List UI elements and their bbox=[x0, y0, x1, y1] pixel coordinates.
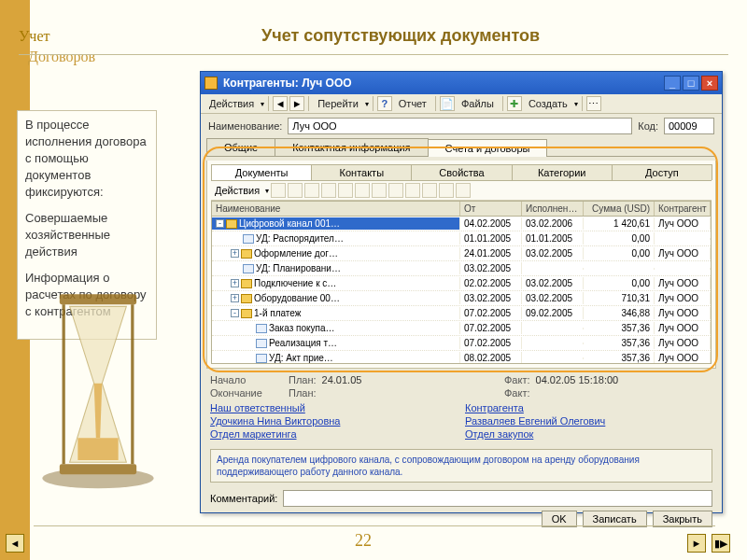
toggle-icon[interactable]: + bbox=[231, 249, 239, 258]
nav-next-button[interactable]: ► bbox=[687, 534, 706, 553]
table-row[interactable]: +Оборудование 00…03.02.200503.02.2005710… bbox=[212, 291, 711, 306]
dept1-link[interactable]: Отдел маркетинга bbox=[210, 428, 297, 440]
comment-input[interactable] bbox=[283, 490, 712, 507]
toolbar: Действия▾ ◄ ► Перейти▾ ? Отчет 📄 Файлы ✚… bbox=[201, 94, 722, 114]
name-row: Наименование: Код: bbox=[201, 114, 722, 138]
minimize-button[interactable]: _ bbox=[664, 76, 681, 91]
document-icon bbox=[256, 339, 267, 348]
dept2-link[interactable]: Отдел закупок bbox=[465, 428, 533, 440]
close-button[interactable]: × bbox=[701, 76, 718, 91]
sidebar-title: Учет Договоров bbox=[19, 26, 95, 67]
toggle-icon[interactable]: - bbox=[231, 309, 239, 317]
maximize-button[interactable]: □ bbox=[683, 76, 699, 91]
create-icon[interactable]: ✚ bbox=[507, 96, 522, 111]
col-sum[interactable]: Сумма (USD) bbox=[584, 202, 655, 216]
kontr-label[interactable]: Контрагента bbox=[465, 402, 524, 413]
table-row[interactable]: УД: Планировани…03.02.2005 bbox=[212, 261, 711, 276]
folder-icon bbox=[241, 249, 252, 259]
tab-general[interactable]: Общие bbox=[206, 138, 275, 156]
kontr-person-link[interactable]: Разваляев Евгений Олегович bbox=[465, 415, 605, 427]
folder-icon bbox=[241, 309, 252, 318]
table-row[interactable]: -1-й платеж07.02.200509.02.2005346,88Луч… bbox=[212, 306, 711, 321]
info-box: В процессе исполнения договора с помощью… bbox=[17, 110, 157, 340]
tb-down-icon[interactable] bbox=[372, 183, 387, 198]
table-row[interactable]: +Подключение к с…02.02.200503.02.20050,0… bbox=[212, 276, 711, 291]
subtab-props[interactable]: Свойства bbox=[411, 164, 512, 180]
subtab-cats[interactable]: Категории bbox=[512, 164, 613, 180]
sub-toolbar: Действия▾ bbox=[211, 181, 712, 201]
extra-icon[interactable]: ⋯ bbox=[586, 96, 601, 111]
menu-report[interactable]: Отчет bbox=[394, 96, 431, 111]
tb-del-icon[interactable] bbox=[321, 183, 336, 198]
name-input[interactable] bbox=[288, 118, 632, 134]
table-row[interactable]: Реализация т…07.02.2005357,36Луч ООО bbox=[212, 336, 711, 351]
tab-contact[interactable]: Контактная информация bbox=[275, 138, 428, 156]
document-icon bbox=[256, 324, 267, 333]
sub-tabs: Документы Контакты Свойства Категории До… bbox=[211, 164, 712, 181]
tab-accounts[interactable]: Счета и договоры bbox=[428, 139, 548, 157]
fact-label: Факт: bbox=[504, 374, 530, 385]
tb-copy-icon[interactable] bbox=[304, 183, 319, 198]
table-row[interactable]: Заказ покупа…07.02.2005357,36Луч ООО bbox=[212, 321, 711, 336]
sub-actions[interactable]: Действия bbox=[211, 185, 263, 196]
nav-last-button[interactable]: ▮▶ bbox=[712, 534, 730, 553]
resp-label[interactable]: Наш ответственный bbox=[210, 402, 305, 413]
table-row[interactable]: +Оформление дог…24.01.200503.02.20050,00… bbox=[212, 246, 711, 261]
tb-more3-icon[interactable] bbox=[456, 183, 471, 198]
subtab-access[interactable]: Доступ bbox=[612, 164, 712, 180]
toggle-icon[interactable]: + bbox=[231, 294, 239, 302]
tb-edit-icon[interactable] bbox=[288, 183, 303, 198]
files-icon[interactable]: 📄 bbox=[440, 96, 455, 111]
rule-bottom bbox=[34, 525, 715, 526]
end-label: Окончание bbox=[210, 387, 281, 399]
titlebar[interactable]: Контрагенты: Луч ООО _ □ × bbox=[201, 72, 722, 94]
back-icon[interactable]: ◄ bbox=[273, 96, 288, 111]
toggle-icon[interactable]: - bbox=[216, 219, 224, 228]
tb-tree-icon[interactable] bbox=[405, 183, 420, 198]
folder-icon bbox=[241, 294, 252, 303]
menu-files[interactable]: Файлы bbox=[457, 96, 499, 111]
forward-icon[interactable]: ► bbox=[289, 96, 304, 111]
folder-icon bbox=[241, 279, 252, 288]
svg-point-0 bbox=[42, 469, 153, 489]
toggle-icon[interactable]: + bbox=[231, 279, 239, 287]
footer-buttons: OK Записать Закрыть bbox=[201, 511, 722, 533]
plan-label: План: bbox=[289, 374, 317, 385]
col-done[interactable]: Исполнен… bbox=[522, 202, 584, 216]
tb-more1-icon[interactable] bbox=[422, 183, 437, 198]
menu-create[interactable]: Создать bbox=[524, 96, 572, 111]
main-tabs: Общие Контактная информация Счета и дого… bbox=[206, 138, 716, 157]
tree-body[interactable]: -Цифровой канал 001…04.02.200503.02.2006… bbox=[211, 217, 712, 364]
lower-panel: Начало План: 24.01.05 Факт: 04.02.05 15:… bbox=[201, 369, 722, 445]
table-row[interactable]: УД: Акт прие…08.02.2005357,36Луч ООО bbox=[212, 351, 711, 364]
tb-more2-icon[interactable] bbox=[439, 183, 454, 198]
plan-value: 24.01.05 bbox=[322, 374, 362, 385]
subtab-docs[interactable]: Документы bbox=[211, 164, 312, 180]
subtab-contacts[interactable]: Контакты bbox=[311, 164, 412, 180]
code-input[interactable] bbox=[664, 118, 714, 134]
document-icon bbox=[243, 264, 254, 273]
col-agent[interactable]: Контрагент bbox=[655, 202, 711, 216]
tb-refresh-icon[interactable] bbox=[338, 183, 353, 198]
col-name[interactable]: Наименование bbox=[212, 202, 460, 216]
window-icon bbox=[204, 77, 218, 90]
description-box: Аренда покупателем цифрового канала, с с… bbox=[210, 449, 712, 483]
tb-filter-icon[interactable] bbox=[388, 183, 403, 198]
tb-add-icon[interactable] bbox=[271, 183, 286, 198]
window-title: Контрагенты: Луч ООО bbox=[223, 77, 352, 90]
menu-goto[interactable]: Перейти bbox=[313, 96, 363, 111]
help-icon[interactable]: ? bbox=[377, 96, 392, 111]
folder-icon bbox=[226, 219, 237, 229]
responsible-link[interactable]: Удочкина Нина Викторовна bbox=[210, 415, 340, 427]
tb-up-icon[interactable] bbox=[355, 183, 370, 198]
sidebar-title-l1: Учет bbox=[19, 28, 49, 44]
name-label: Наименование: bbox=[208, 120, 282, 132]
comment-label: Комментарий: bbox=[210, 493, 277, 504]
table-row[interactable]: -Цифровой канал 001…04.02.200503.02.2006… bbox=[212, 217, 711, 231]
col-from[interactable]: От bbox=[460, 202, 522, 216]
table-row[interactable]: УД: Распорядител…01.01.200501.01.20050,0… bbox=[212, 231, 711, 246]
menu-actions[interactable]: Действия bbox=[204, 96, 259, 111]
rule-top bbox=[19, 54, 728, 55]
nav-prev-button[interactable]: ◄ bbox=[6, 534, 24, 553]
start-label: Начало bbox=[210, 374, 281, 385]
